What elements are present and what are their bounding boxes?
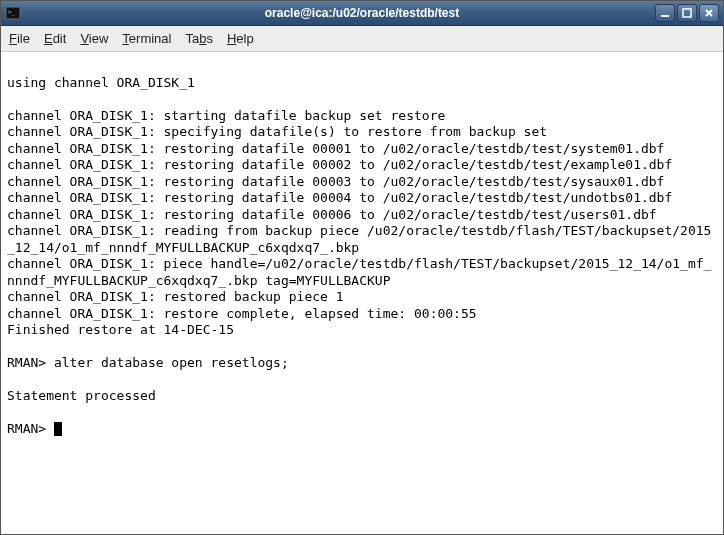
menu-tabs[interactable]: Tabs bbox=[185, 31, 212, 46]
close-icon bbox=[704, 8, 714, 18]
menubar: File Edit View Terminal Tabs Help bbox=[1, 26, 723, 52]
close-button[interactable] bbox=[699, 4, 719, 22]
menu-view[interactable]: View bbox=[80, 31, 108, 46]
terminal-window: >_ oracle@ica:/u02/oracle/testdb/test bbox=[0, 0, 724, 535]
maximize-button[interactable] bbox=[677, 4, 697, 22]
minimize-button[interactable] bbox=[655, 4, 675, 22]
window-title: oracle@ica:/u02/oracle/testdb/test bbox=[265, 6, 459, 20]
menu-file[interactable]: File bbox=[9, 31, 30, 46]
svg-rect-3 bbox=[661, 15, 669, 17]
svg-text:>_: >_ bbox=[8, 8, 16, 16]
menu-help[interactable]: Help bbox=[227, 31, 254, 46]
window-controls bbox=[655, 4, 719, 22]
maximize-icon bbox=[682, 8, 692, 18]
terminal-output[interactable]: using channel ORA_DISK_1 channel ORA_DIS… bbox=[1, 52, 723, 534]
minimize-icon bbox=[660, 8, 670, 18]
menu-terminal[interactable]: Terminal bbox=[122, 31, 171, 46]
svg-rect-4 bbox=[683, 9, 691, 17]
titlebar: >_ oracle@ica:/u02/oracle/testdb/test bbox=[1, 1, 723, 26]
menu-edit[interactable]: Edit bbox=[44, 31, 66, 46]
cursor bbox=[54, 422, 62, 436]
app-icon: >_ bbox=[5, 5, 21, 21]
